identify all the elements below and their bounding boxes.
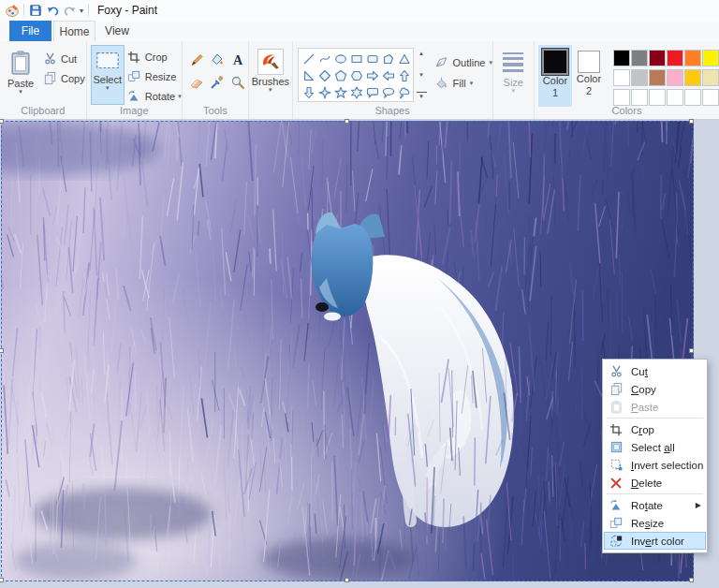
shape-line[interactable] — [301, 51, 317, 67]
crop-button[interactable]: Crop — [126, 47, 182, 66]
shape-polygon[interactable] — [381, 51, 397, 67]
eraser-tool-button[interactable] — [186, 73, 207, 96]
pencil-tool-button[interactable] — [186, 51, 207, 73]
context-menu-item-delete[interactable]: Delete — [604, 474, 706, 492]
palette-swatch[interactable] — [667, 50, 683, 66]
menu-item-label: Rotate — [631, 500, 663, 511]
shape-oval-callout[interactable] — [381, 84, 397, 101]
tab-view[interactable]: View — [97, 21, 137, 41]
shape-five-point-star[interactable] — [333, 84, 349, 101]
context-menu-item-select-all[interactable]: Select all — [604, 438, 706, 456]
tab-home[interactable]: Home — [53, 21, 95, 41]
color1-button[interactable]: Color 1 — [538, 45, 572, 107]
paste-button[interactable]: Paste ▾ — [3, 45, 38, 105]
shape-right-triangle[interactable] — [301, 67, 317, 84]
save-button[interactable] — [27, 2, 44, 19]
context-menu-item-invert-color[interactable]: Invert color — [604, 532, 706, 550]
selection-handle-top-left[interactable] — [0, 119, 4, 124]
outline-dropdown[interactable]: ▾ — [489, 60, 492, 66]
palette-swatch[interactable] — [613, 50, 630, 66]
cut-button[interactable]: Cut — [42, 49, 85, 68]
context-menu-item-invert-selection[interactable]: Invert selection — [604, 456, 706, 474]
selection-handle-bottom-right[interactable] — [689, 578, 694, 582]
palette-swatch-empty[interactable] — [613, 89, 630, 106]
context-menu-item-copy[interactable]: Copy — [604, 380, 706, 398]
shape-four-point-star[interactable] — [317, 84, 333, 101]
tab-file[interactable]: File — [9, 21, 51, 41]
group-size: Size ▾ — [493, 41, 535, 119]
rotate-button[interactable]: Rotate ▾ — [126, 86, 182, 106]
palette-swatch[interactable] — [649, 69, 666, 86]
palette-swatch[interactable] — [649, 50, 666, 66]
fill-dropdown[interactable]: ▾ — [470, 81, 474, 86]
shape-six-point-star[interactable] — [349, 84, 365, 101]
resize-button[interactable]: Resize — [126, 66, 182, 86]
brushes-button[interactable]: Brushes ▾ — [253, 45, 288, 105]
selection-handle-top-center[interactable] — [345, 119, 349, 124]
text-tool-button[interactable]: A — [227, 51, 248, 73]
palette-swatch-empty[interactable] — [702, 89, 719, 106]
shape-left-arrow[interactable] — [381, 67, 397, 84]
color-picker-tool-button[interactable] — [207, 73, 227, 96]
paste-dropdown[interactable]: ▾ — [19, 89, 22, 95]
select-button[interactable]: Select ▾ — [91, 45, 125, 105]
shape-down-arrow[interactable] — [301, 84, 317, 101]
palette-swatch[interactable] — [684, 69, 701, 86]
select-icon — [95, 49, 121, 73]
brushes-dropdown[interactable]: ▾ — [269, 87, 272, 93]
shape-cloud-callout[interactable] — [397, 84, 413, 101]
eraser-icon — [189, 75, 204, 94]
selection-handle-bottom-left[interactable] — [0, 578, 4, 582]
palette-swatch[interactable] — [667, 69, 683, 86]
shape-up-arrow[interactable] — [397, 67, 413, 84]
shape-rectangle[interactable] — [349, 51, 365, 67]
undo-button[interactable] — [44, 2, 61, 19]
shape-diamond[interactable] — [317, 67, 333, 84]
magnifier-tool-button[interactable] — [227, 73, 248, 96]
palette-swatch[interactable] — [631, 69, 648, 86]
context-menu-item-crop[interactable]: Crop — [604, 420, 706, 438]
palette-swatch[interactable] — [613, 69, 630, 86]
customize-quick-access-button[interactable]: ▾ — [80, 7, 83, 15]
selection-handle-top-right[interactable] — [689, 119, 694, 124]
palette-swatch-empty[interactable] — [667, 89, 683, 106]
size-button[interactable]: Size ▾ — [494, 45, 532, 119]
copy-button[interactable]: Copy — [42, 68, 85, 88]
rotate-dropdown[interactable]: ▾ — [178, 94, 182, 99]
palette-swatch[interactable] — [631, 50, 648, 66]
selection-handle-bottom-center[interactable] — [345, 578, 349, 582]
shapes-scroll-up-button[interactable]: ▴ — [417, 50, 427, 57]
context-menu-item-resize[interactable]: Resize — [604, 514, 706, 532]
shape-rounded-callout[interactable] — [365, 84, 381, 101]
copy-icon — [42, 71, 58, 86]
shapes-more-button[interactable]: ▾ — [417, 92, 427, 100]
palette-swatch[interactable] — [702, 50, 719, 66]
fill-tool-button[interactable] — [207, 51, 227, 73]
palette-swatch-empty[interactable] — [649, 89, 666, 106]
shape-triangle[interactable] — [397, 51, 413, 67]
group-clipboard: Paste ▾ Cut Copy Clipboard — [0, 41, 87, 119]
shape-right-arrow[interactable] — [365, 67, 381, 84]
shape-pentagon[interactable] — [333, 67, 349, 84]
canvas[interactable] — [1, 121, 694, 581]
shapes-scroll-down-button[interactable]: ▾ — [417, 71, 427, 79]
shape-oval[interactable] — [333, 51, 349, 67]
context-menu-item-rotate[interactable]: Rotate▶ — [604, 496, 706, 514]
selection-handle-mid-left[interactable] — [0, 348, 4, 353]
shape-curve[interactable] — [317, 51, 333, 67]
context-menu-item-paste[interactable]: Paste — [604, 398, 706, 416]
outline-button[interactable]: Outline ▾ — [434, 52, 492, 73]
palette-swatch-empty[interactable] — [631, 89, 648, 106]
shape-hexagon[interactable] — [349, 67, 365, 84]
shapes-gallery — [298, 48, 414, 102]
palette-swatch[interactable] — [702, 69, 719, 86]
redo-button[interactable] — [61, 2, 78, 19]
palette-swatch-empty[interactable] — [684, 89, 701, 106]
palette-swatch[interactable] — [684, 50, 701, 66]
select-dropdown[interactable]: ▾ — [106, 85, 110, 91]
shape-rounded-rectangle[interactable] — [365, 51, 381, 67]
fill-button[interactable]: Fill ▾ — [434, 73, 492, 94]
selection-handle-mid-right[interactable] — [689, 348, 694, 353]
context-menu-item-cut[interactable]: Cut — [604, 362, 706, 380]
color2-button[interactable]: Color 2 — [572, 45, 606, 107]
